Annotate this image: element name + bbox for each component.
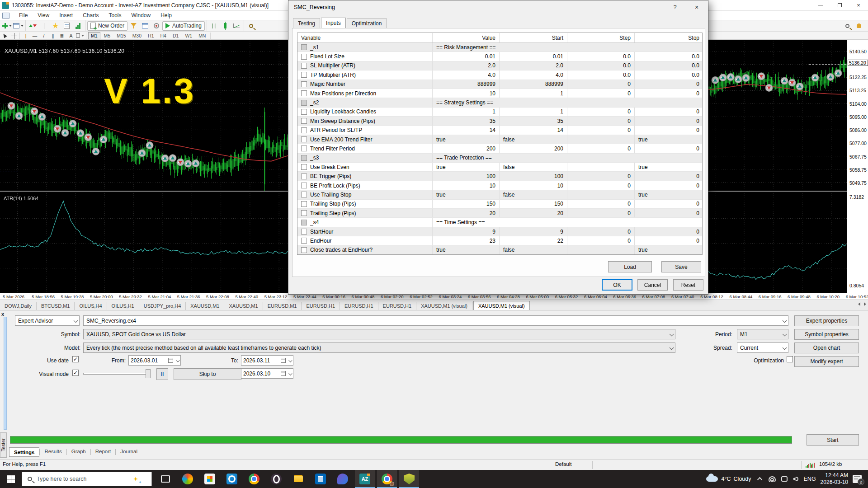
param-checkbox[interactable] — [301, 192, 307, 197]
param-checkbox[interactable] — [301, 109, 307, 115]
param-start[interactable]: false — [499, 190, 567, 199]
restore-button[interactable] — [830, 0, 849, 10]
param-step[interactable]: 0.0 — [567, 61, 634, 70]
price-scale[interactable]: 5140.505131.255122.255113.255104.005095.… — [847, 40, 868, 293]
status-profile[interactable]: Default — [555, 461, 571, 467]
taskbar-app-store[interactable] — [200, 470, 220, 488]
tester-panel-tab[interactable]: Tester — [0, 432, 7, 458]
timeframe-m15-button[interactable]: M15 — [114, 32, 128, 39]
param-checkbox[interactable] — [301, 201, 307, 207]
param-value[interactable]: 20 — [432, 209, 499, 217]
param-start[interactable]: 35 — [499, 117, 567, 125]
param-checkbox[interactable] — [301, 155, 307, 161]
param-checkbox[interactable] — [301, 54, 307, 60]
market-watch-icon[interactable] — [28, 21, 38, 31]
param-row[interactable]: Close trades at EndHour?truefalsetrue — [297, 246, 702, 255]
param-step[interactable]: 0 — [567, 144, 634, 153]
dialog-tab-testing[interactable]: Testing — [293, 18, 320, 28]
param-step[interactable]: 0 — [567, 181, 634, 190]
menu-insert[interactable]: Insert — [54, 11, 78, 20]
weather-icon[interactable] — [706, 476, 718, 482]
timeframe-m30-button[interactable]: M30 — [130, 32, 144, 39]
timeframe-w1-button[interactable]: W1 — [182, 32, 195, 39]
param-row[interactable]: _s1== Risk Management == — [297, 43, 702, 52]
device-icon[interactable] — [781, 476, 788, 482]
dialog-tab-optimization[interactable]: Optimization — [347, 18, 387, 28]
param-step[interactable] — [567, 246, 634, 254]
menu-tools[interactable]: Tools — [104, 11, 127, 20]
dialog-tab-inputs[interactable]: Inputs — [321, 18, 346, 29]
param-stop[interactable]: 0 — [634, 209, 703, 217]
param-row[interactable]: Trend Filter Period20020000 — [297, 144, 702, 153]
param-stop[interactable]: 0 — [634, 144, 703, 153]
load-button[interactable]: Load — [608, 261, 652, 272]
param-row[interactable]: _s3== Trade Protection == — [297, 154, 702, 163]
expert-properties-button[interactable]: Expert properties — [794, 315, 859, 326]
param-value[interactable]: 10 — [432, 181, 499, 190]
param-start[interactable]: 9 — [499, 227, 567, 236]
save-button[interactable]: Save — [661, 261, 701, 272]
crosshair-tool-icon[interactable] — [9, 32, 18, 39]
tester-tab-journal[interactable]: Journal — [116, 447, 142, 455]
param-stop[interactable]: 0 — [634, 117, 703, 125]
param-value[interactable]: 888999 — [432, 80, 499, 89]
param-checkbox[interactable] — [301, 63, 307, 69]
metaeditor-icon[interactable] — [128, 21, 139, 31]
param-start[interactable]: 1 — [499, 108, 567, 116]
param-start[interactable]: 4.0 — [499, 70, 567, 79]
menu-help[interactable]: Help — [156, 11, 177, 20]
notification-icon[interactable]: 2 — [853, 475, 862, 483]
chart-tab-0[interactable]: DOWJ,Daily — [0, 302, 37, 310]
menu-window[interactable]: Window — [127, 11, 156, 20]
param-value[interactable]: 0.01 — [432, 52, 499, 61]
param-start[interactable]: 10 — [499, 181, 567, 190]
weather-condition[interactable]: Cloudy — [734, 476, 751, 482]
clock[interactable]: 12:44 AM 2026-03-10 — [821, 472, 848, 486]
tester-tab-graph[interactable]: Graph — [67, 447, 90, 455]
column-header-variable[interactable]: Variable — [297, 33, 432, 42]
new-order-button[interactable]: New Order — [87, 21, 127, 31]
strategy-tester-icon[interactable] — [73, 21, 83, 31]
parameters-table[interactable]: VariableValueStartStepStop_s1== Risk Man… — [297, 33, 703, 255]
param-stop[interactable]: true — [634, 163, 703, 171]
tester-tab-settings[interactable]: Settings — [9, 447, 39, 457]
signals-icon[interactable] — [151, 21, 161, 31]
minimize-button[interactable] — [811, 0, 830, 10]
param-stop[interactable]: 0.0 — [634, 61, 703, 70]
param-start[interactable]: 0.01 — [499, 52, 567, 61]
param-step[interactable]: 0 — [567, 209, 634, 217]
tester-close-button[interactable]: x — [1, 311, 4, 317]
param-checkbox[interactable] — [301, 100, 307, 106]
param-value[interactable]: 2.0 — [432, 61, 499, 70]
chart-tab-5[interactable]: XAUUSD,M1 — [186, 302, 224, 310]
weather-temp[interactable]: 4°C — [722, 476, 731, 482]
pause-button[interactable]: II — [156, 368, 168, 380]
column-header-step[interactable]: Step — [567, 33, 634, 42]
param-checkbox[interactable] — [301, 81, 307, 87]
symbol-select[interactable]: XAUUSD, SPOT Gold Once vs US Dollar — [83, 329, 675, 339]
tester-tab-results[interactable]: Results — [40, 447, 66, 455]
search-box[interactable]: Type here to search — [22, 472, 152, 486]
param-value[interactable]: 14 — [432, 126, 499, 135]
param-stop[interactable]: 0 — [634, 227, 703, 236]
visual-speed-slider[interactable] — [83, 373, 150, 375]
param-step[interactable]: 0 — [567, 80, 634, 89]
param-checkbox[interactable] — [301, 72, 307, 78]
param-row[interactable]: _s4== Time Settings == — [297, 218, 702, 227]
param-checkbox[interactable] — [301, 136, 307, 142]
shapes-tool-icon[interactable] — [75, 32, 85, 39]
taskbar-app-chrome[interactable] — [244, 470, 264, 488]
param-step[interactable]: 0 — [567, 117, 634, 125]
terminal-icon[interactable] — [61, 21, 72, 31]
chart-tab-11[interactable]: XAUUSD,M1 (visual) — [416, 302, 472, 310]
timeframe-m5-button[interactable]: M5 — [101, 32, 113, 39]
param-row[interactable]: BE Trigger (Pips)10010000 — [297, 172, 702, 181]
fibo-tool-icon[interactable]: ≣ — [57, 32, 66, 39]
tab-scroll-right-icon[interactable] — [864, 302, 866, 306]
param-value[interactable]: true — [432, 190, 499, 199]
param-start[interactable]: 1 — [499, 89, 567, 98]
param-checkbox[interactable] — [301, 183, 307, 188]
param-row[interactable]: _s2== Strategy Settings == — [297, 98, 702, 107]
param-checkbox[interactable] — [301, 127, 307, 133]
param-start[interactable]: false — [499, 135, 567, 144]
